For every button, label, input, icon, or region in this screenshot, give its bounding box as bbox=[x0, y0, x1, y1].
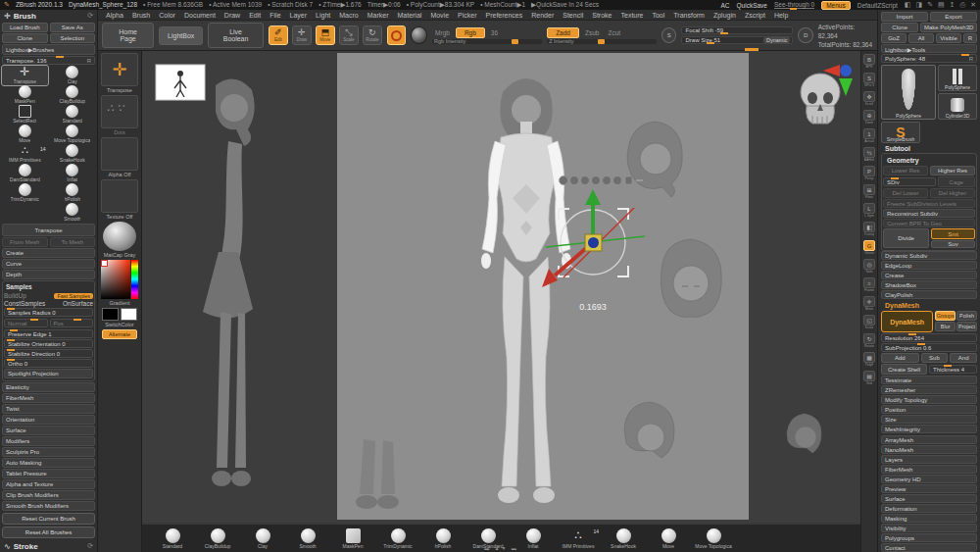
tool-thumb-polysphere-active[interactable]: PolySphere bbox=[881, 65, 936, 120]
right-shelf-button[interactable]: ✛ Move bbox=[862, 296, 876, 313]
pen-icon[interactable]: ✎ bbox=[927, 1, 933, 9]
tray-brush-item[interactable]: Move bbox=[648, 528, 689, 549]
tool-section-bar[interactable]: Polygroups bbox=[881, 533, 977, 542]
right-shelf-button[interactable]: S SPix 3 bbox=[862, 73, 876, 89]
tool-section-bar[interactable]: Geometry HD bbox=[881, 475, 977, 483]
tool-section-bar[interactable]: EdgeLoop bbox=[881, 261, 977, 270]
palette-section[interactable]: Create bbox=[2, 248, 95, 258]
quicksave-button[interactable]: QuickSave bbox=[737, 2, 767, 9]
smt-toggle[interactable]: Smt bbox=[931, 228, 975, 239]
const-samples-button[interactable]: ConstSamples bbox=[4, 300, 45, 307]
right-shelf-button[interactable]: L L.Sym bbox=[862, 203, 876, 220]
shelf-tool-button[interactable]: ✛ Draw bbox=[292, 25, 312, 45]
samples-header[interactable]: Samples bbox=[4, 282, 93, 291]
palette-pin-icon[interactable]: ⟳ bbox=[87, 12, 93, 20]
preserve-edge-slider[interactable]: Preserve Edge 1 bbox=[4, 329, 93, 338]
subtool-section-header[interactable]: Subtool bbox=[881, 143, 977, 153]
freeze-subdivision-button[interactable]: Freeze SubDivision Levels bbox=[883, 199, 975, 208]
menu-item[interactable]: File bbox=[270, 12, 280, 19]
clone-tool-button[interactable]: Clone bbox=[881, 23, 918, 32]
on-surface-button[interactable]: OnSurface bbox=[63, 300, 93, 307]
current-brush-icon[interactable] bbox=[387, 25, 406, 45]
document-area[interactable]: 0.1693 bbox=[142, 51, 860, 523]
reconstruct-subdiv-button[interactable]: Reconstruct Subdiv bbox=[883, 209, 975, 218]
palette-section[interactable]: Twist bbox=[2, 404, 95, 414]
menus-button[interactable]: Menus bbox=[821, 1, 851, 10]
palette-section[interactable]: Auto Masking bbox=[2, 458, 95, 468]
tool-section-bar[interactable]: FiberMesh bbox=[881, 465, 977, 474]
and-button[interactable]: And bbox=[950, 353, 977, 363]
tray-brush-item[interactable]: hPolish bbox=[422, 528, 464, 549]
current-brush-slider[interactable]: Transpose. 136 R bbox=[2, 56, 95, 65]
tool-section-bar[interactable]: Size bbox=[881, 415, 977, 424]
tool-section-bar[interactable]: Masking bbox=[881, 514, 977, 523]
blur-toggle[interactable]: Blur bbox=[935, 322, 956, 331]
right-shelf-button[interactable]: ◎ Solo bbox=[862, 259, 876, 276]
tool-section-bar[interactable]: MeshIntegrity bbox=[881, 425, 977, 433]
menu-item[interactable]: Stroke bbox=[592, 12, 612, 19]
clone-brush-button[interactable]: Clone bbox=[2, 33, 48, 43]
brush-grid-item[interactable]: MaskPen bbox=[2, 85, 48, 105]
shelf-tool-button[interactable]: ⤡ Scale bbox=[339, 25, 359, 45]
normal-slider[interactable]: Normal bbox=[4, 319, 48, 327]
from-mesh-button[interactable]: From Mesh bbox=[2, 237, 48, 247]
tool-thumb-cylinder3d[interactable]: Cylinder3D bbox=[938, 93, 977, 120]
cage-button[interactable]: Cage bbox=[938, 176, 976, 187]
zsub-button[interactable]: Zsub bbox=[582, 28, 602, 37]
right-shelf-button[interactable]: ↻ Rotate bbox=[862, 333, 876, 350]
reset-all-brushes-button[interactable]: Reset All Brushes bbox=[2, 527, 95, 538]
texture-selector[interactable] bbox=[101, 179, 138, 213]
focal-shift-knob-icon[interactable]: S bbox=[662, 27, 676, 43]
sub-button[interactable]: Sub bbox=[921, 353, 949, 363]
right-shelf-button[interactable]: 1 Actual bbox=[862, 128, 876, 145]
suv-toggle[interactable]: Suv bbox=[931, 240, 975, 248]
shelf-scroll-notch[interactable] bbox=[745, 48, 759, 51]
menu-item[interactable]: Alpha bbox=[106, 12, 123, 19]
menu-item[interactable]: Zscript bbox=[745, 12, 765, 19]
brush-grid-item[interactable]: Standard bbox=[50, 105, 96, 125]
primary-color-swatch[interactable] bbox=[102, 308, 119, 321]
tray-brush-item[interactable]: Standard bbox=[152, 528, 193, 549]
brush-grid-item[interactable]: SnakeHook bbox=[50, 144, 96, 164]
lightbox-brushes-button[interactable]: Lightbox▶Brushes bbox=[2, 44, 95, 55]
make-polymesh3d-button[interactable]: Make PolyMesh3D bbox=[920, 23, 977, 32]
palette-section[interactable]: Smooth Brush Modifiers bbox=[2, 501, 95, 511]
groups-toggle[interactable]: Groups bbox=[935, 311, 956, 321]
gradient-caption[interactable]: Gradient bbox=[109, 300, 129, 306]
home-page-button[interactable]: Home Page bbox=[102, 23, 154, 48]
palette-section[interactable]: Depth bbox=[2, 270, 95, 279]
tool-section-bar[interactable]: Crease bbox=[881, 271, 977, 279]
menu-item[interactable]: Color bbox=[159, 12, 175, 19]
tool-thumb-polysphere[interactable]: PolySphere bbox=[938, 65, 977, 91]
rgb-button[interactable]: Rgb bbox=[456, 27, 485, 38]
ortho-slider[interactable]: Ortho 0 bbox=[4, 359, 93, 368]
right-shelf-button[interactable]: P Persp bbox=[862, 166, 876, 182]
subprojection-slider[interactable]: SubProjection 0.6 bbox=[881, 343, 977, 352]
palette-section[interactable]: Orientation bbox=[2, 415, 95, 425]
tool-section-bar[interactable]: Layers bbox=[881, 455, 977, 464]
convert-bpr-button[interactable]: Convert BPR To Geo bbox=[883, 219, 975, 227]
shelf-tool-button[interactable]: ✐ Edit bbox=[269, 25, 288, 45]
menu-item[interactable]: Edit bbox=[249, 12, 261, 19]
palette-icon[interactable]: ▤ bbox=[938, 1, 945, 9]
menu-item[interactable]: Picker bbox=[458, 12, 476, 19]
live-boolean-button[interactable]: Live Boolean bbox=[208, 23, 263, 48]
canvas-viewport[interactable]: 0.1693 bbox=[142, 51, 860, 523]
right-shelf-button[interactable]: ▦ PolyF bbox=[862, 352, 876, 369]
dynamesh-header[interactable]: DynaMesh bbox=[881, 300, 977, 310]
spotlight-projection-button[interactable]: Spotlight Projection bbox=[4, 369, 93, 378]
menu-item[interactable]: Help bbox=[774, 12, 788, 19]
secondary-color-swatch[interactable] bbox=[121, 308, 137, 321]
sdiv-slider[interactable]: SDiv bbox=[883, 177, 936, 186]
tool-section-bar[interactable]: Surface bbox=[881, 494, 977, 503]
stroke-pin-icon[interactable]: ⟳ bbox=[87, 542, 93, 550]
project-toggle[interactable]: Project bbox=[956, 322, 977, 331]
goz-button[interactable]: GoZ bbox=[881, 33, 906, 43]
palette-section[interactable]: Surface bbox=[2, 426, 95, 435]
right-shelf-button[interactable]: ✥ Scroll bbox=[862, 91, 876, 108]
tool-selector-slider[interactable]: PolySphere: 48 R bbox=[881, 54, 977, 63]
buildup-label[interactable]: BuildUp bbox=[4, 292, 26, 299]
right-shelf-button[interactable]: ½ AAHalf bbox=[862, 147, 876, 164]
alpha-selector[interactable] bbox=[101, 137, 138, 171]
stabilize-direction-slider[interactable]: Stabilize Direction 0 bbox=[4, 349, 93, 358]
